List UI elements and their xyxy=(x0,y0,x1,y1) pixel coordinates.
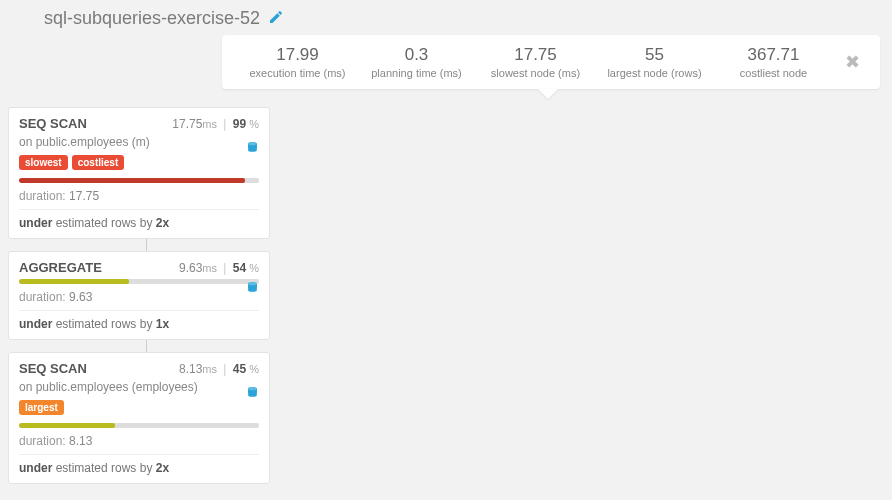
stat-value: 0.3 xyxy=(357,45,476,65)
plan-node-card[interactable]: SEQ SCAN 17.75ms | 99 % on public.employ… xyxy=(8,107,270,239)
stat-largest-node: 55 largest node (rows) xyxy=(595,45,714,79)
node-header: SEQ SCAN 8.13ms | 45 % xyxy=(19,361,259,376)
duration-bar xyxy=(19,178,259,183)
node-connector xyxy=(146,340,147,352)
node-metrics: 17.75ms | 99 % xyxy=(172,117,259,131)
stats-bar-wrap: 17.99 execution time (ms) 0.3 planning t… xyxy=(0,35,892,89)
database-icon[interactable] xyxy=(246,140,259,158)
node-subtitle: on public.employees (employees) xyxy=(19,380,259,394)
node-type: AGGREGATE xyxy=(19,260,102,275)
node-header: AGGREGATE 9.63ms | 54 % xyxy=(19,260,259,275)
duration-line: duration: 9.63 xyxy=(19,290,259,311)
node-tag: slowest xyxy=(19,155,68,170)
database-icon[interactable] xyxy=(246,280,259,298)
duration-bar-fill xyxy=(19,279,129,284)
node-type: SEQ SCAN xyxy=(19,361,87,376)
stat-value: 55 xyxy=(595,45,714,65)
plan-nodes: SEQ SCAN 17.75ms | 99 % on public.employ… xyxy=(0,89,892,484)
close-icon[interactable]: ✖ xyxy=(841,51,864,73)
database-icon[interactable] xyxy=(246,385,259,403)
svg-point-4 xyxy=(248,142,257,145)
edit-icon[interactable] xyxy=(268,9,284,28)
stats-bar: 17.99 execution time (ms) 0.3 planning t… xyxy=(222,35,880,89)
stat-slowest-node: 17.75 slowest node (ms) xyxy=(476,45,595,79)
stat-label: planning time (ms) xyxy=(357,67,476,79)
duration-bar xyxy=(19,423,259,428)
duration-bar xyxy=(19,279,259,284)
stat-value: 17.99 xyxy=(238,45,357,65)
stat-label: execution time (ms) xyxy=(238,67,357,79)
page-title: sql-subqueries-exercise-52 xyxy=(44,8,260,29)
duration-line: duration: 17.75 xyxy=(19,189,259,210)
stat-planning-time: 0.3 planning time (ms) xyxy=(357,45,476,79)
row-estimate-line: under estimated rows by 1x xyxy=(19,317,259,331)
title-row: sql-subqueries-exercise-52 xyxy=(0,0,892,35)
stat-value: 17.75 xyxy=(476,45,595,65)
row-estimate-line: under estimated rows by 2x xyxy=(19,461,259,475)
node-tag: largest xyxy=(19,400,64,415)
svg-point-9 xyxy=(248,282,257,285)
plan-node-card[interactable]: SEQ SCAN 8.13ms | 45 % on public.employe… xyxy=(8,352,270,484)
node-tags: slowestcostliest xyxy=(19,155,259,170)
node-metrics: 8.13ms | 45 % xyxy=(179,362,259,376)
stat-label: largest node (rows) xyxy=(595,67,714,79)
stat-costliest-node: 367.71 costliest node xyxy=(714,45,833,79)
svg-point-14 xyxy=(248,387,257,390)
stat-label: costliest node xyxy=(714,67,833,79)
stat-execution-time: 17.99 execution time (ms) xyxy=(238,45,357,79)
stat-label: slowest node (ms) xyxy=(476,67,595,79)
row-estimate-line: under estimated rows by 2x xyxy=(19,216,259,230)
node-tags: largest xyxy=(19,400,259,415)
node-type: SEQ SCAN xyxy=(19,116,87,131)
stats-pointer-icon xyxy=(538,89,558,99)
node-header: SEQ SCAN 17.75ms | 99 % xyxy=(19,116,259,131)
node-metrics: 9.63ms | 54 % xyxy=(179,261,259,275)
node-subtitle: on public.employees (m) xyxy=(19,135,259,149)
node-tag: costliest xyxy=(72,155,125,170)
node-connector xyxy=(146,239,147,251)
duration-bar-fill xyxy=(19,423,115,428)
duration-bar-fill xyxy=(19,178,245,183)
plan-node-card[interactable]: AGGREGATE 9.63ms | 54 % duration: 9.63 u… xyxy=(8,251,270,340)
stat-value: 367.71 xyxy=(714,45,833,65)
duration-line: duration: 8.13 xyxy=(19,434,259,455)
